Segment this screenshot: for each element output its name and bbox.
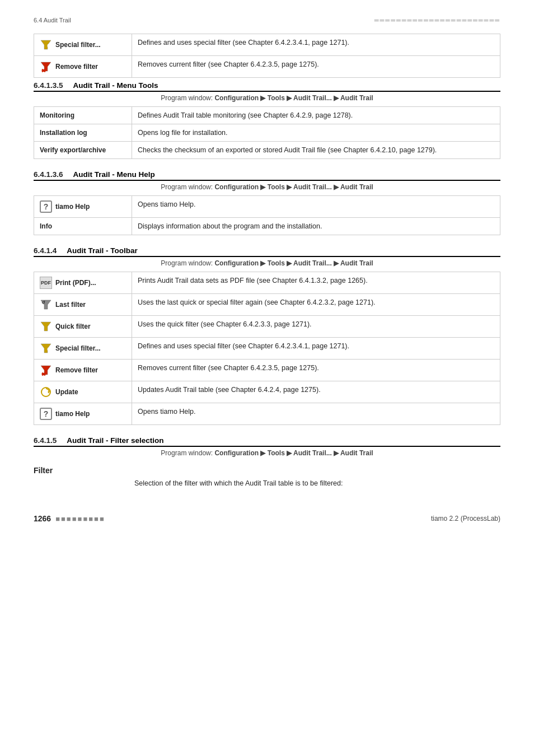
svg-text:↯: ↯	[46, 347, 51, 353]
table-row: Monitoring Defines Audit Trail table mon…	[34, 107, 500, 124]
section-title: Audit Trail - Menu Tools	[73, 81, 158, 90]
item-label-cell: ? tiamo Help	[34, 403, 132, 425]
header-section: 6.4 Audit Trail	[34, 17, 71, 24]
program-window: Program window: Configuration ▶ Tools ▶ …	[34, 94, 500, 102]
table-row: Remove filter Removes current filter (se…	[34, 56, 500, 78]
icon-label: ↯ Special filter...	[40, 39, 126, 51]
icon-label: ? tiamo Help	[40, 200, 126, 213]
page-footer: 1266 ■■■■■■■■■ tiamo 2.2 (ProcessLab)	[34, 510, 500, 523]
quick-filter-icon	[40, 320, 52, 333]
item-label: Last filter	[55, 301, 86, 309]
item-label-cell: ↺ Last filter	[34, 294, 132, 316]
section-heading: 6.4.1.4 Audit Trail - Toolbar	[34, 246, 500, 257]
icon-label: Verify export/archive	[40, 146, 126, 154]
item-label: Info	[40, 222, 52, 230]
section-number: 6.4.1.3.5	[34, 81, 63, 90]
item-label: Verify export/archive	[40, 146, 106, 154]
item-label-cell: Quick filter	[34, 316, 132, 338]
icon-label: Info	[40, 222, 126, 230]
svg-text:↺: ↺	[41, 300, 45, 305]
special-filter-icon: ↯	[40, 39, 52, 51]
svg-marker-14	[48, 390, 49, 394]
update-icon	[40, 386, 52, 398]
item-label-cell: ? tiamo Help	[34, 196, 132, 218]
item-label-cell: Monitoring	[34, 107, 132, 124]
table-row: Info Displays information about the prog…	[34, 218, 500, 235]
question-icon: ?	[40, 200, 52, 213]
item-desc-cell: Uses the last quick or special filter ag…	[132, 294, 500, 316]
section-6.4.1.3.6: 6.4.1.3.6 Audit Trail - Menu Help Progra…	[34, 170, 500, 235]
icon-label: PDF Print (PDF)...	[40, 277, 126, 289]
icon-label: Remove filter	[40, 364, 126, 376]
table-row: Remove filter Removes current filter (se…	[34, 360, 500, 381]
icon-label: ↯ Special filter...	[40, 342, 126, 354]
table-row: Quick filter Uses the quick filter (see …	[34, 316, 500, 338]
table-row: ? tiamo Help Opens tiamo Help.	[34, 403, 500, 425]
icon-label: ↺ Last filter	[40, 298, 126, 311]
item-label: Remove filter	[55, 63, 98, 71]
item-label: Monitoring	[40, 111, 74, 119]
table-row: Update Updates Audit Trail table (see Ch…	[34, 381, 500, 403]
item-label: Remove filter	[55, 366, 98, 374]
section-number: 6.4.1.5	[34, 436, 57, 445]
item-desc-cell: Defines Audit Trail table monitoring (se…	[132, 107, 500, 124]
item-desc-cell: Opens tiamo Help.	[132, 403, 500, 425]
section-table: ? tiamo Help Opens tiamo Help. Info Disp…	[34, 195, 500, 235]
item-desc-cell: Removes current filter (see Chapter 6.4.…	[132, 360, 500, 381]
item-label: Update	[55, 388, 78, 396]
remove-filter-icon	[40, 60, 52, 73]
top-items-table: ↯ Special filter... Defines and uses spe…	[34, 34, 500, 78]
svg-text:↯: ↯	[46, 44, 51, 49]
item-label-cell: ↯ Special filter...	[34, 338, 132, 360]
icon-label: Installation log	[40, 129, 126, 137]
header-dots: ═══════════════════════	[374, 17, 500, 24]
pdf-icon: PDF	[40, 277, 52, 289]
filter-desc: Selection of the filter with which the A…	[134, 479, 500, 487]
item-label: Quick filter	[55, 323, 91, 330]
item-desc-cell: Displays information about the program a…	[132, 218, 500, 235]
section-heading: 6.4.1.3.5 Audit Trail - Menu Tools	[34, 81, 500, 92]
item-label: Special filter...	[55, 344, 101, 352]
table-row: ? tiamo Help Opens tiamo Help.	[34, 196, 500, 218]
section-table: Monitoring Defines Audit Trail table mon…	[34, 106, 500, 159]
remove-filter-icon	[40, 364, 52, 376]
item-label-cell: Update	[34, 381, 132, 403]
icon-label: ? tiamo Help	[40, 408, 126, 420]
section-heading: 6.4.1.5 Audit Trail - Filter selection	[34, 436, 500, 447]
page-number: 1266	[34, 514, 51, 523]
item-desc-cell: Updates Audit Trail table (see Chapter 6…	[132, 381, 500, 403]
section-table: PDF Print (PDF)... Prints Audit Trail da…	[34, 272, 500, 425]
page-header: 6.4 Audit Trail ═══════════════════════	[34, 17, 500, 24]
footer-brand: tiamo 2.2 (ProcessLab)	[431, 515, 500, 522]
question-icon: ?	[40, 408, 52, 420]
program-window: Program window: Configuration ▶ Tools ▶ …	[34, 449, 500, 457]
item-desc-cell: Defines and uses special filter (see Cha…	[132, 34, 500, 56]
item-label-cell: ↯ Special filter...	[34, 34, 132, 56]
icon-label: Quick filter	[40, 320, 126, 333]
icon-label: Monitoring	[40, 111, 126, 119]
section-title: Audit Trail - Toolbar	[67, 246, 138, 255]
item-label-cell: Info	[34, 218, 132, 235]
footer-dots: ■■■■■■■■■	[55, 515, 105, 523]
item-label: Installation log	[40, 129, 87, 137]
item-label: Print (PDF)...	[55, 279, 96, 287]
item-desc-cell: Removes current filter (see Chapter 6.4.…	[132, 56, 500, 78]
item-label: tiamo Help	[55, 203, 90, 211]
table-row: ↯ Special filter... Defines and uses spe…	[34, 338, 500, 360]
table-row: ↯ Special filter... Defines and uses spe…	[34, 34, 500, 56]
last-filter-icon: ↺	[40, 298, 52, 311]
icon-label: Update	[40, 386, 126, 398]
filter-label: Filter	[34, 466, 500, 475]
special-filter-icon: ↯	[40, 342, 52, 354]
section-heading: 6.4.1.3.6 Audit Trail - Menu Help	[34, 170, 500, 181]
item-label-cell: Remove filter	[34, 56, 132, 78]
table-row: ↺ Last filter Uses the last quick or spe…	[34, 294, 500, 316]
section-6.4.1.3.5: 6.4.1.3.5 Audit Trail - Menu Tools Progr…	[34, 81, 500, 159]
item-desc-cell: Prints Audit Trail data sets as PDF file…	[132, 272, 500, 294]
item-label-cell: Verify export/archive	[34, 142, 132, 159]
item-label-cell: Installation log	[34, 124, 132, 142]
table-row: Verify export/archive Checks the checksu…	[34, 142, 500, 159]
item-label: Special filter...	[55, 41, 101, 49]
item-desc-cell: Opens log file for installation.	[132, 124, 500, 142]
section-title: Audit Trail - Filter selection	[67, 436, 163, 445]
